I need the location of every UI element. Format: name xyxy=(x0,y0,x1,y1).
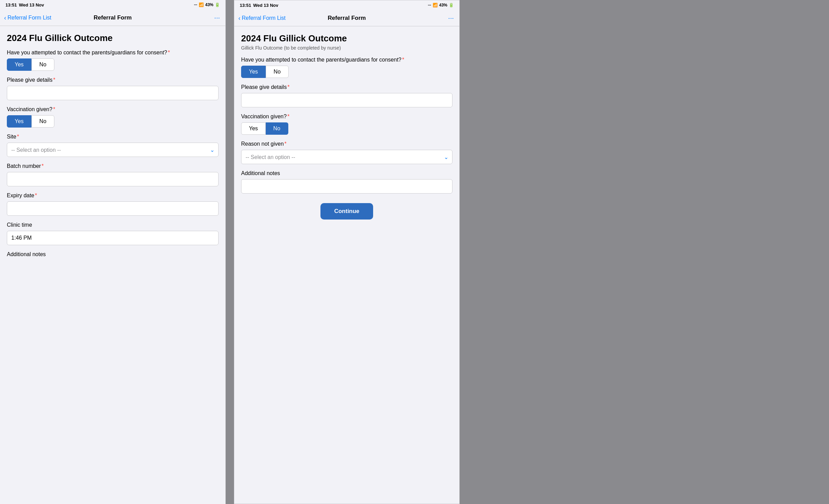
time-right: 13:51 xyxy=(240,3,251,8)
required-star-site-left: * xyxy=(17,134,19,140)
reason-select-right[interactable]: -- Select an option -- xyxy=(241,150,452,164)
clinic-time-input-left[interactable]: 1:46 PM xyxy=(7,231,219,245)
required-star-details-left: * xyxy=(53,77,55,83)
nav-title-left: Referral Form xyxy=(94,14,132,21)
wifi-icon-left: 📶 xyxy=(199,2,204,7)
continue-button-right[interactable]: Continue xyxy=(320,203,373,220)
form-subtitle-right: Gillick Flu Outcome (to be completed by … xyxy=(241,45,452,51)
site-select-wrapper-left: -- Select an option -- ⌄ xyxy=(7,143,219,157)
required-star-vac-left: * xyxy=(53,106,55,112)
contact-toggle-left: Yes No xyxy=(7,58,219,71)
date-left: Wed 13 Nov xyxy=(19,2,44,8)
divider xyxy=(226,0,230,504)
status-icons-left: ··· 📶 43% 🔋 xyxy=(194,2,220,7)
additional-notes-input-right[interactable] xyxy=(241,179,452,194)
contact-yes-left[interactable]: Yes xyxy=(7,58,31,71)
dots-menu-right[interactable]: ··· xyxy=(448,14,454,22)
required-star-contact-right: * xyxy=(402,57,404,63)
vaccination-toggle-left: Yes No xyxy=(7,115,219,128)
additional-notes-label-left: Additional notes xyxy=(7,251,219,257)
back-button-right[interactable]: ‹ Referral Form List xyxy=(238,15,286,21)
details-input-left[interactable] xyxy=(7,86,219,100)
vaccination-label-right: Vaccination given?* xyxy=(241,114,452,120)
required-star-vac-right: * xyxy=(287,114,289,119)
contact-yes-right[interactable]: Yes xyxy=(241,66,266,78)
details-input-right[interactable] xyxy=(241,93,452,107)
additional-notes-label-right: Additional notes xyxy=(241,170,452,176)
status-time-left: 13:51 Wed 13 Nov xyxy=(5,2,44,8)
nav-bar-right: ‹ Referral Form List Referral Form ··· xyxy=(234,10,459,26)
back-chevron-right: ‹ xyxy=(238,15,240,21)
date-right: Wed 13 Nov xyxy=(253,3,278,8)
status-icons-right: ··· 📶 43% 🔋 xyxy=(428,3,454,8)
required-star-expiry-left: * xyxy=(35,193,37,198)
back-label-right: Referral Form List xyxy=(242,15,286,21)
form-title-right: 2024 Flu Gillick Outcome xyxy=(241,33,452,44)
contact-no-left[interactable]: No xyxy=(31,58,54,71)
battery-left: 43% xyxy=(205,2,213,7)
right-panel: 13:51 Wed 13 Nov ··· 📶 43% 🔋 ‹ Referral … xyxy=(234,0,460,504)
expiry-label-left: Expiry date* xyxy=(7,193,219,199)
left-panel: 13:51 Wed 13 Nov ··· 📶 43% 🔋 ‹ Referral … xyxy=(0,0,226,504)
status-time-right: 13:51 Wed 13 Nov xyxy=(240,3,278,8)
required-star-reason-right: * xyxy=(285,141,287,147)
details-label-left: Please give details* xyxy=(7,77,219,83)
nav-title-right: Referral Form xyxy=(328,15,366,22)
back-chevron-left: ‹ xyxy=(4,15,6,21)
vaccination-toggle-right: Yes No xyxy=(241,122,452,135)
battery-icon-right: 🔋 xyxy=(449,3,454,8)
details-label-right: Please give details* xyxy=(241,84,452,90)
reason-select-wrapper-right: -- Select an option -- ⌄ xyxy=(241,150,452,164)
back-label-left: Referral Form List xyxy=(8,15,51,21)
vaccination-no-right[interactable]: No xyxy=(266,122,288,135)
form-title-left: 2024 Flu Gillick Outcome xyxy=(7,33,219,43)
required-star-batch-left: * xyxy=(42,163,44,169)
dots-right: ··· xyxy=(428,3,431,8)
vaccination-no-left[interactable]: No xyxy=(31,115,54,128)
site-select-left[interactable]: -- Select an option -- xyxy=(7,143,219,157)
dots-menu-left[interactable]: ··· xyxy=(214,14,220,22)
site-label-left: Site* xyxy=(7,134,219,140)
vaccination-label-left: Vaccination given?* xyxy=(7,106,219,112)
nav-bar-left: ‹ Referral Form List Referral Form ··· xyxy=(0,10,225,26)
status-bar-left: 13:51 Wed 13 Nov ··· 📶 43% 🔋 xyxy=(0,0,225,10)
vaccination-yes-right[interactable]: Yes xyxy=(241,122,266,135)
battery-icon-left: 🔋 xyxy=(215,2,220,7)
reason-label-right: Reason not given* xyxy=(241,141,452,147)
back-button-left[interactable]: ‹ Referral Form List xyxy=(4,15,51,21)
contact-toggle-right: Yes No xyxy=(241,66,452,78)
expiry-input-left[interactable] xyxy=(7,201,219,216)
batch-label-left: Batch number* xyxy=(7,163,219,169)
dots-left: ··· xyxy=(194,2,197,7)
contact-question-right: Have you attempted to contact the parent… xyxy=(241,57,452,63)
battery-right: 43% xyxy=(439,3,447,8)
vaccination-yes-left[interactable]: Yes xyxy=(7,115,31,128)
required-star-details-right: * xyxy=(287,84,289,90)
wifi-icon-right: 📶 xyxy=(433,3,438,8)
required-star-contact-left: * xyxy=(168,50,170,55)
contact-no-right[interactable]: No xyxy=(266,66,288,78)
content-right: 2024 Flu Gillick Outcome Gillick Flu Out… xyxy=(234,26,459,504)
status-bar-right: 13:51 Wed 13 Nov ··· 📶 43% 🔋 xyxy=(234,0,459,10)
content-left: 2024 Flu Gillick Outcome Have you attemp… xyxy=(0,26,225,504)
contact-question-left: Have you attempted to contact the parent… xyxy=(7,50,219,56)
clinic-time-label-left: Clinic time xyxy=(7,222,219,228)
time-left: 13:51 xyxy=(5,2,17,8)
batch-input-left[interactable] xyxy=(7,172,219,186)
